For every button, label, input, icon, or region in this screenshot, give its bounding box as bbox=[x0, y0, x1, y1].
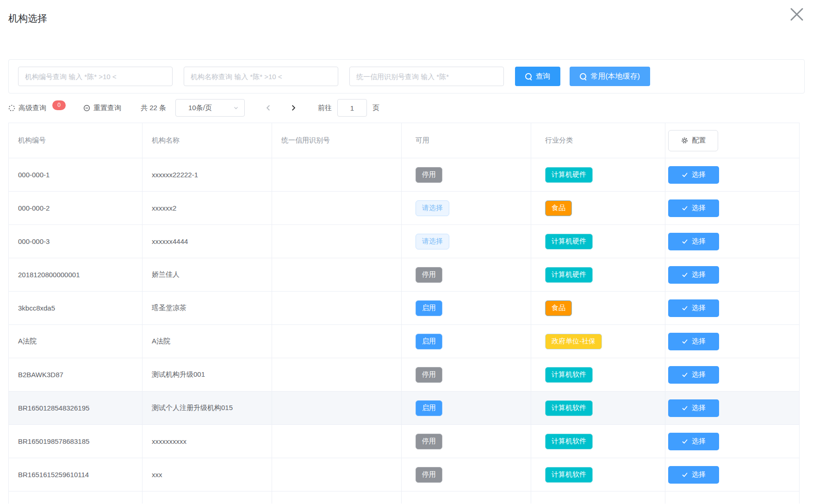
status-badge[interactable]: 启用 bbox=[416, 334, 442, 349]
org-code-cell: BR1650198578683185 bbox=[9, 425, 143, 458]
cache-button-label: 常用(本地缓存) bbox=[590, 72, 640, 81]
table-row: B2BAWK3D87 测试机构升级001 停用 计算机软件 选择 bbox=[9, 358, 799, 392]
credit-code-search-input[interactable] bbox=[349, 67, 504, 86]
select-button-label: 选择 bbox=[692, 170, 706, 179]
industry-badge[interactable]: 食品 bbox=[545, 300, 572, 316]
credit-code-cell bbox=[272, 192, 402, 224]
filter-panel: 查询 常用(本地缓存) bbox=[8, 59, 805, 93]
select-button[interactable]: 选择 bbox=[668, 233, 719, 250]
header-credit-code: 统一信用识别号 bbox=[272, 123, 402, 158]
select-button[interactable]: 选择 bbox=[668, 399, 719, 417]
org-name-cell: xxxxxx22222-1 bbox=[143, 158, 272, 191]
table-row: BR1650198578683185 xxxxxxxxxx 停用 计算机软件 选… bbox=[9, 425, 799, 458]
org-code-cell: 3kbcc8xda5 bbox=[9, 292, 143, 324]
page-title: 机构选择 bbox=[0, 0, 813, 26]
select-button-label: 选择 bbox=[692, 437, 706, 446]
toolbar: 高级查询 0 重置查询 共 22 条 10条/页 前往 页 bbox=[8, 98, 805, 118]
check-icon bbox=[682, 238, 688, 245]
advanced-query-icon bbox=[8, 105, 15, 112]
close-icon[interactable] bbox=[788, 6, 806, 23]
industry-badge[interactable]: 计算机硬件 bbox=[545, 267, 593, 283]
header-org-name: 机构名称 bbox=[143, 123, 272, 158]
goto-page-input[interactable] bbox=[337, 99, 367, 117]
credit-code-cell bbox=[272, 325, 402, 358]
select-button-label: 选择 bbox=[692, 270, 706, 279]
status-badge[interactable]: 停用 bbox=[416, 434, 442, 449]
check-icon bbox=[682, 338, 688, 345]
chevron-down-icon bbox=[233, 105, 239, 111]
reset-query-label: 重置查询 bbox=[93, 104, 121, 112]
org-name-cell: 娇兰佳人 bbox=[143, 258, 272, 291]
credit-code-cell bbox=[272, 392, 402, 424]
status-badge[interactable]: 请选择 bbox=[416, 234, 449, 249]
org-code-cell: 2018120800000001 bbox=[9, 258, 143, 291]
reset-query-button[interactable]: 重置查询 bbox=[83, 104, 121, 112]
org-code-cell: BR1650128548326195 bbox=[9, 392, 143, 424]
industry-badge[interactable]: 政府单位-社保 bbox=[545, 334, 602, 349]
table-row: 3kbcc8xda5 瑶圣堂凉茶 启用 食品 选择 bbox=[9, 292, 799, 325]
advanced-query-button[interactable]: 高级查询 0 bbox=[8, 103, 66, 113]
table-row: 000-000-2 xxxxxx2 请选择 食品 选择 bbox=[9, 192, 799, 225]
org-name-cell: xxx bbox=[143, 458, 272, 491]
check-icon bbox=[682, 272, 688, 278]
config-button[interactable]: 配置 bbox=[668, 130, 718, 151]
status-badge[interactable]: 停用 bbox=[416, 267, 442, 283]
industry-badge[interactable]: 计算机硬件 bbox=[545, 234, 593, 249]
industry-badge[interactable]: 食品 bbox=[545, 200, 572, 216]
credit-code-cell bbox=[272, 358, 402, 391]
select-button[interactable]: 选择 bbox=[668, 366, 719, 384]
status-badge[interactable]: 停用 bbox=[416, 467, 442, 483]
org-name-search-input[interactable] bbox=[184, 67, 338, 86]
status-badge[interactable]: 停用 bbox=[416, 167, 442, 183]
select-button[interactable]: 选择 bbox=[668, 333, 719, 350]
search-button-label: 查询 bbox=[536, 72, 551, 81]
select-button[interactable]: 选择 bbox=[668, 266, 719, 284]
table-partial-row bbox=[9, 492, 799, 504]
org-table: 机构编号 机构名称 统一信用识别号 可用 行业分类 配置 000-000-1 x… bbox=[8, 123, 800, 504]
header-industry: 行业分类 bbox=[531, 123, 665, 158]
status-badge[interactable]: 启用 bbox=[416, 400, 442, 416]
industry-badge[interactable]: 计算机软件 bbox=[545, 367, 593, 383]
select-button[interactable]: 选择 bbox=[668, 299, 719, 317]
config-button-label: 配置 bbox=[692, 136, 706, 145]
select-button-label: 选择 bbox=[692, 404, 706, 412]
gear-icon bbox=[681, 137, 689, 144]
select-button[interactable]: 选择 bbox=[668, 166, 719, 184]
select-button-label: 选择 bbox=[692, 237, 706, 246]
local-cache-button[interactable]: 常用(本地缓存) bbox=[570, 67, 650, 86]
status-badge[interactable]: 启用 bbox=[416, 300, 442, 316]
org-code-cell: 000-000-2 bbox=[9, 192, 143, 224]
prev-page-button[interactable] bbox=[265, 105, 272, 111]
search-button[interactable]: 查询 bbox=[515, 67, 560, 86]
page-size-select[interactable]: 10条/页 bbox=[175, 99, 245, 117]
select-button-label: 选择 bbox=[692, 370, 706, 379]
select-button[interactable]: 选择 bbox=[668, 433, 719, 450]
org-code-search-input[interactable] bbox=[18, 67, 173, 86]
select-button[interactable]: 选择 bbox=[668, 199, 719, 217]
table-row: 2018120800000001 娇兰佳人 停用 计算机硬件 选择 bbox=[9, 258, 799, 292]
status-badge[interactable]: 请选择 bbox=[416, 200, 449, 216]
reset-icon bbox=[83, 105, 90, 112]
industry-badge[interactable]: 计算机硬件 bbox=[545, 167, 593, 183]
org-code-cell: BR1651615259610114 bbox=[9, 458, 143, 491]
org-code-cell: B2BAWK3D87 bbox=[9, 358, 143, 391]
industry-badge[interactable]: 计算机软件 bbox=[545, 467, 593, 483]
advanced-query-count-badge: 0 bbox=[52, 100, 66, 110]
goto-page-label: 前往 bbox=[318, 104, 332, 112]
table-row: 000-000-3 xxxxxx4444 请选择 计算机硬件 选择 bbox=[9, 225, 799, 258]
check-icon bbox=[682, 372, 688, 378]
industry-badge[interactable]: 计算机软件 bbox=[545, 400, 593, 416]
credit-code-cell bbox=[272, 292, 402, 324]
select-button[interactable]: 选择 bbox=[668, 466, 719, 484]
org-name-cell: 测试机构升级001 bbox=[143, 358, 272, 391]
table-body: 000-000-1 xxxxxx22222-1 停用 计算机硬件 选择 000-… bbox=[9, 158, 799, 492]
status-badge[interactable]: 停用 bbox=[416, 367, 442, 383]
select-button-label: 选择 bbox=[692, 337, 706, 346]
credit-code-cell bbox=[272, 258, 402, 291]
org-code-cell: 000-000-3 bbox=[9, 225, 143, 258]
next-page-button[interactable] bbox=[290, 105, 297, 111]
table-row: 000-000-1 xxxxxx22222-1 停用 计算机硬件 选择 bbox=[9, 158, 799, 192]
org-code-cell: 000-000-1 bbox=[9, 158, 143, 191]
industry-badge[interactable]: 计算机软件 bbox=[545, 434, 593, 449]
org-name-cell: 瑶圣堂凉茶 bbox=[143, 292, 272, 324]
